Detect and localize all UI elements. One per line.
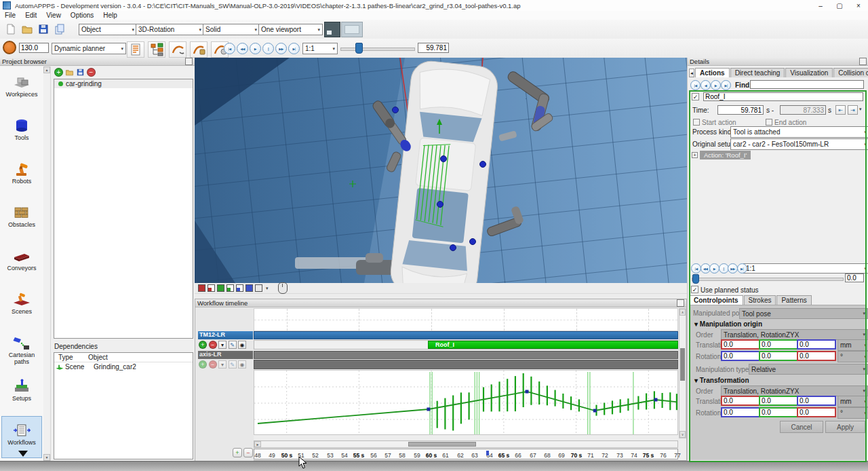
timeline-ruler[interactable]: 484950 s5152535455 s5657585960 s61626364… — [254, 449, 678, 459]
sec1-translation-z-input[interactable] — [797, 396, 836, 406]
axis-row-add-button[interactable]: + — [199, 360, 207, 369]
view-free-button[interactable] — [255, 284, 262, 292]
translation-unit-dropdown[interactable]: mm▾ — [837, 396, 868, 407]
manipulated-pose-dropdown[interactable]: Tool pose▾ — [739, 308, 868, 319]
maximize-button[interactable]: ▢ — [830, 1, 849, 11]
time-start-input[interactable] — [717, 105, 764, 115]
workflow-list[interactable]: car-grinding — [54, 79, 193, 339]
apply-button[interactable]: Apply — [825, 421, 865, 433]
time-slider-track[interactable] — [340, 48, 415, 51]
sec0-translation-z-input[interactable] — [797, 339, 836, 350]
timeline-scroll-up-button[interactable]: ∧ — [679, 309, 686, 316]
menu-help[interactable]: Help — [98, 12, 122, 19]
set-time-end-button[interactable]: ⇥ — [848, 105, 858, 115]
collapse-details-button[interactable] — [859, 58, 867, 65]
time-input[interactable] — [418, 43, 449, 53]
collapse-timeline-button[interactable] — [677, 299, 684, 307]
selection-mode-dropdown[interactable]: Object▾ — [79, 24, 137, 35]
tree-expand-icon[interactable]: + — [692, 152, 698, 158]
speed-icon[interactable] — [3, 41, 16, 54]
view-z-neg-button[interactable] — [236, 284, 243, 292]
sim-jump-start-button[interactable]: |◀ — [224, 43, 235, 54]
sim-jump-end-button[interactable]: ▶| — [288, 43, 300, 54]
add-workflow-button[interactable]: + — [54, 68, 63, 77]
find-input[interactable] — [750, 80, 864, 89]
viewport-preview-active-button[interactable] — [324, 22, 340, 37]
rail-scrollbar[interactable]: ▲ ▼ — [43, 67, 51, 461]
new-file-button[interactable] — [3, 22, 18, 37]
details-jump-start-button[interactable]: |◀ — [691, 263, 701, 274]
rotation-unit-dropdown[interactable]: °▾ — [837, 351, 868, 362]
tabs-scroll-left-button[interactable]: ◄ — [689, 69, 694, 77]
tm12-row-options-button[interactable]: ▾ — [218, 341, 226, 349]
robot-tool-lock-button[interactable] — [190, 41, 208, 58]
minimize-button[interactable]: – — [811, 1, 830, 11]
zoom-in-button[interactable]: + — [233, 448, 242, 457]
timeline-scroll-right-button[interactable]: ► — [254, 441, 261, 447]
sim-rewind-button[interactable]: ◀◀ — [237, 43, 248, 54]
sec1-order-dropdown[interactable]: Translation, RotationZYX▾ — [721, 385, 868, 396]
speed-input[interactable] — [19, 43, 49, 53]
end-action-checkbox[interactable] — [766, 119, 772, 126]
tm12-row-visibility-button[interactable]: ◉ — [238, 341, 246, 349]
details-slider-value-input[interactable] — [845, 274, 864, 282]
menu-edit[interactable]: Edit — [20, 12, 41, 19]
collapse-project-browser-button[interactable] — [185, 58, 193, 65]
sec0-rotation-x-input[interactable] — [721, 351, 760, 361]
tab-patterns[interactable]: Patterns — [776, 295, 811, 305]
timeline-hscrollbar[interactable]: ◄ ► — [254, 440, 678, 448]
action-enabled-checkbox[interactable]: ✓ — [692, 93, 699, 100]
process-kind-dropdown[interactable]: Tool is attached ▾ — [730, 126, 868, 138]
action-nav-last-button[interactable]: ▶| — [721, 80, 731, 90]
timeline-scale-dropdown[interactable]: 1:1 ▾ — [302, 43, 338, 54]
track-bar-tm12[interactable] — [254, 331, 678, 339]
render-mode-dropdown[interactable]: Solid▾ — [203, 24, 260, 35]
sidebar-item-robots[interactable]: Robots — [1, 155, 42, 197]
tm12-row-remove-button[interactable]: − — [209, 341, 217, 349]
action-tree-item[interactable]: Action: 'Roof_I' — [700, 151, 751, 159]
sidebar-item-scenes[interactable]: Scenes — [1, 286, 42, 328]
menu-view[interactable]: View — [41, 12, 66, 19]
structure-view-button[interactable] — [148, 41, 165, 58]
planner-dropdown[interactable]: Dynamic planner ▾ — [52, 43, 126, 54]
table-row[interactable]: SceneGrinding_car2 — [54, 362, 193, 371]
chevron-down-icon[interactable]: ▾ — [859, 107, 862, 112]
chevron-down-icon[interactable]: ▾ — [266, 286, 269, 291]
sec1-translation-y-input[interactable] — [759, 396, 798, 406]
tab-controlpoints[interactable]: Controlpoints — [689, 295, 743, 305]
viewport-preview-button[interactable] — [341, 22, 363, 37]
tab-visualization[interactable]: Visualization — [785, 68, 833, 77]
cancel-button[interactable]: Cancel — [780, 421, 823, 433]
dependencies-table[interactable]: Type Object SceneGrinding_car2 — [54, 352, 193, 459]
copy-file-button[interactable] — [52, 22, 67, 37]
timeline-empty-track[interactable] — [254, 308, 678, 331]
action-nav-first-button[interactable]: |◀ — [690, 80, 701, 90]
set-time-start-button[interactable]: ⇤ — [835, 105, 846, 115]
sec0-rotation-y-input[interactable] — [759, 351, 798, 361]
menu-options[interactable]: Options — [66, 12, 98, 19]
timeline-vscroll-thumb[interactable] — [680, 348, 685, 381]
original-setup-dropdown[interactable]: car2 - car2 - FesTool150mm-LR ▾ — [730, 138, 868, 150]
time-slider-thumb[interactable] — [355, 43, 363, 54]
view-x-neg-button[interactable] — [198, 284, 205, 292]
remove-workflow-button[interactable]: − — [87, 68, 96, 77]
sidebar-item-conveyors[interactable]: Conveyors — [1, 242, 42, 284]
viewport-layout-dropdown[interactable]: One viewport▾ — [258, 24, 323, 35]
view-z-pos-button[interactable] — [245, 284, 253, 292]
sec1-rotation-x-input[interactable] — [721, 407, 760, 417]
save-workflow-button[interactable] — [76, 68, 85, 77]
open-workflow-button[interactable] — [65, 68, 74, 77]
view-x-pos-button[interactable] — [208, 284, 215, 292]
tab-direct-teaching[interactable]: Direct teaching — [730, 68, 785, 77]
tm12-row-edit-button[interactable]: ✎ — [229, 341, 237, 349]
tm12-row-add-button[interactable]: + — [199, 341, 207, 349]
details-forward-button[interactable]: ▶▶ — [728, 263, 738, 274]
rail-scroll-up-button[interactable]: ▲ — [43, 67, 50, 73]
track-label-axis[interactable]: axis-LR — [198, 351, 253, 359]
sidebar-item-setups[interactable]: Setups — [1, 373, 42, 415]
rail-scroll-down-button[interactable]: ▼ — [43, 454, 50, 461]
axis-row-edit-button[interactable]: ✎ — [229, 360, 237, 369]
list-item-car-grinding[interactable]: car-grinding — [54, 79, 193, 88]
sec1-rotation-z-input[interactable] — [797, 407, 836, 417]
rotation-unit-dropdown[interactable]: °▾ — [837, 407, 868, 419]
